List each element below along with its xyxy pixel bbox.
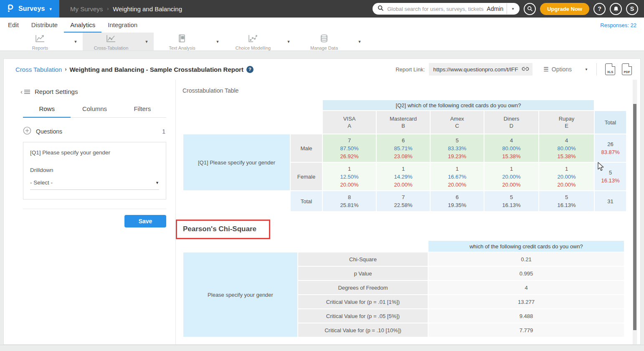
- options-button[interactable]: ☰ Options ▼: [543, 66, 588, 73]
- toolbar-item-cross-tabulation[interactable]: Cross-Tabulation: [83, 33, 139, 51]
- drilldown-label: Drilldown: [30, 167, 159, 173]
- tab-columns[interactable]: Columns: [71, 105, 118, 118]
- drilldown-selected-value: - Select -: [30, 179, 53, 186]
- text-analysis-icon: [177, 34, 187, 44]
- crosstab-section-title: Crosstabulation Table: [183, 87, 640, 94]
- scrollbar-thumb[interactable]: [633, 104, 636, 330]
- cell-male-diners: 480.00%15.38%: [484, 134, 538, 162]
- toolbar-caret-manage-data[interactable]: ▼: [352, 40, 367, 44]
- product-switcher[interactable]: Surveys ▼: [0, 0, 59, 18]
- cell-female-amex: 116.67%20.00%: [431, 163, 484, 190]
- nav-item-edit[interactable]: Edit: [2, 18, 25, 33]
- notifications-button[interactable]: [610, 3, 622, 15]
- chi-square-section-title: Pearson's Chi-Square: [183, 225, 256, 233]
- export-pdf-button[interactable]: PDF: [622, 63, 632, 75]
- row-label-male: Male: [291, 134, 322, 162]
- toolbar-caret-reports[interactable]: ▼: [68, 40, 83, 44]
- cell-total-rupay: 516.13%: [539, 191, 594, 211]
- questionpro-logo-icon: [5, 3, 15, 14]
- cell-female-total: 516.13%: [595, 163, 626, 190]
- toolbar-caret-text-analysis[interactable]: ▼: [210, 40, 225, 44]
- chevron-down-icon: ▼: [49, 7, 53, 11]
- cell-total-visa: 825.81%: [323, 191, 376, 211]
- breadcrumb-survey-name: Weighting and Balancing: [113, 5, 182, 13]
- cell-male-rupay: 480.00%15.38%: [539, 134, 594, 162]
- questions-count: 1: [162, 128, 165, 135]
- drilldown-caret-icon: ▼: [155, 181, 159, 185]
- chi-metric-label: Degrees of Freedom: [298, 281, 428, 294]
- drilldown-select[interactable]: - Select - ▼: [30, 179, 159, 190]
- cell-grand-total: 31: [595, 191, 626, 211]
- crosstab-table: [Q2] which of the following credit cards…: [183, 99, 627, 212]
- question-card[interactable]: [Q1] Please specify your gender Drilldow…: [23, 142, 166, 199]
- toolbar-item-manage-data[interactable]: Manage Data: [296, 33, 352, 51]
- toolbar-caret-choice-modelling[interactable]: ▼: [281, 40, 296, 44]
- search-scope-caret-icon[interactable]: ▼: [510, 5, 515, 13]
- breadcrumb-chevron: ›: [65, 66, 66, 72]
- top-breadcrumb: My Surveys › Weighting and Balancing: [59, 0, 182, 18]
- settings-panel-title: Report Settings: [35, 88, 78, 95]
- chi-metric-value: 13.277: [428, 295, 624, 308]
- brand-label: Surveys: [18, 5, 45, 13]
- help-button[interactable]: ?: [593, 3, 606, 15]
- search-scope-label[interactable]: Admin: [487, 5, 504, 12]
- save-button[interactable]: Save: [124, 215, 166, 227]
- tab-filters[interactable]: Filters: [119, 105, 166, 118]
- scrollbar-track[interactable]: [633, 80, 637, 344]
- chi-square-table: which of the following credit cards do y…: [183, 240, 625, 338]
- settings-tabs: Rows Columns Filters: [23, 105, 166, 118]
- upgrade-now-button[interactable]: Upgrade Now: [540, 3, 589, 15]
- collapse-panel-icon[interactable]: ‹: [20, 88, 30, 95]
- cell-total-diners: 516.13%: [484, 191, 538, 211]
- user-avatar[interactable]: S: [626, 3, 638, 15]
- footer-strip: [0, 345, 644, 351]
- export-xls-button[interactable]: XLS: [605, 63, 615, 75]
- toolbar-item-text-analysis[interactable]: Text Analysis: [154, 33, 210, 51]
- options-caret-icon: ▼: [585, 68, 588, 71]
- survey-nav: Edit Distribute Analytics Integration Re…: [0, 18, 644, 33]
- topbar-actions: Admin ▼ Upgrade Now ? S: [373, 0, 644, 18]
- cell-male-amex: 583.33%19.23%: [431, 134, 484, 162]
- responses-count: Responses: 22: [600, 18, 644, 33]
- column-header-amex: AmexC: [431, 111, 484, 134]
- report-main: Crosstabulation Table [Q2] which of the …: [176, 80, 640, 345]
- chi-metric-label: Critical Value for (p = .05 [5%]): [298, 309, 428, 323]
- chi-metric-value: 9.488: [428, 309, 624, 323]
- nav-item-distribute[interactable]: Distribute: [25, 18, 64, 33]
- chi-metric-label: Critical Value for (p = .10 [10%]): [298, 323, 428, 337]
- chi-metric-label: p Value: [298, 267, 428, 280]
- copy-link-icon[interactable]: [522, 66, 529, 73]
- chi-square-highlight-box: Pearson's Chi-Square: [176, 220, 270, 239]
- analytics-toolbar: Reports ▼ Cross-Tabulation ▼ Text Analys…: [0, 33, 644, 51]
- question-text: [Q1] Please specify your gender: [30, 149, 159, 156]
- global-search-input[interactable]: [387, 6, 483, 12]
- crosstab-chart-icon: [106, 34, 116, 44]
- cell-female-diners: 120.00%20.00%: [484, 163, 538, 190]
- cell-male-total: 2683.87%: [595, 134, 626, 162]
- row-label-female: Female: [291, 163, 322, 190]
- nav-item-integration[interactable]: Integration: [101, 18, 144, 33]
- add-question-icon[interactable]: [23, 126, 31, 136]
- questions-label: Questions: [36, 128, 62, 135]
- breadcrumb-cross-tabulation-link[interactable]: Cross Tabulation: [15, 66, 62, 73]
- tab-rows[interactable]: Rows: [23, 105, 71, 118]
- settings-divider: [23, 209, 166, 209]
- chi-row-group-label: Please specify your gender: [183, 253, 297, 337]
- row-label-total: Total: [291, 191, 322, 211]
- cell-female-mastercard: 114.29%20.00%: [377, 163, 430, 190]
- toolbar-group-reports: Reports ▼: [12, 33, 83, 51]
- nav-item-analytics[interactable]: Analytics: [64, 18, 101, 33]
- chi-metric-value: 0.995: [428, 267, 624, 280]
- report-card: Cross Tabulation › Weighting and Balanci…: [3, 58, 641, 345]
- chi-column-header: which of the following credit cards do y…: [428, 241, 624, 252]
- report-link-url: https://www.questionpro.com/t/lFFCZg: [433, 66, 518, 73]
- toolbar-item-reports[interactable]: Reports: [12, 33, 68, 51]
- report-link-field[interactable]: https://www.questionpro.com/t/lFFCZg: [429, 63, 532, 76]
- report-help-icon[interactable]: ?: [246, 66, 254, 73]
- cell-female-visa: 112.50%20.00%: [323, 163, 376, 190]
- toolbar-item-choice-modelling[interactable]: Choice Modelling: [225, 33, 281, 51]
- toolbar-group-text-analysis: Text Analysis ▼: [154, 33, 225, 51]
- search-button[interactable]: [524, 3, 536, 15]
- breadcrumb-my-surveys[interactable]: My Surveys: [70, 5, 103, 13]
- toolbar-caret-cross-tabulation[interactable]: ▼: [139, 40, 154, 44]
